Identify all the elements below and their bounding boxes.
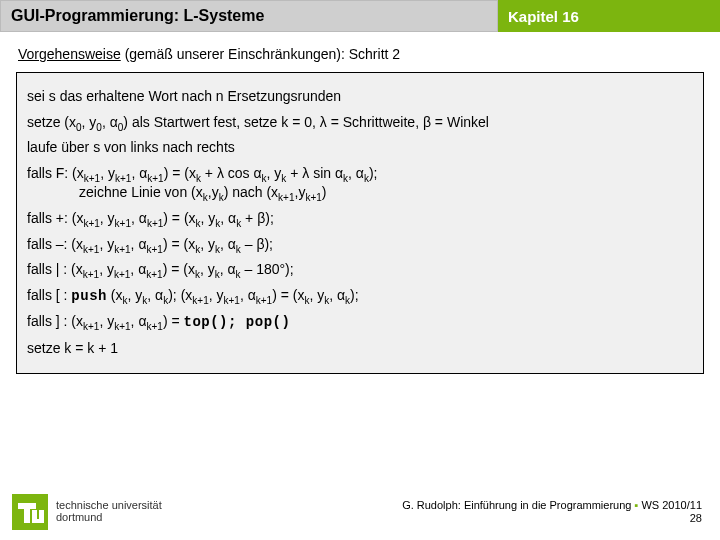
algo-line-4: falls F: (xk+1, yk+1, αk+1) = (xk + λ co…: [27, 164, 693, 203]
svg-rect-5: [32, 519, 44, 523]
footer-author-line: G. Rudolph: Einführung in die Programmie…: [402, 499, 634, 511]
university-logo: technische universität dortmund: [12, 494, 162, 530]
svg-rect-2: [24, 503, 30, 523]
push-keyword: push: [71, 288, 107, 304]
algo-line-6: falls –: (xk+1, yk+1, αk+1) = (xk, yk, α…: [27, 235, 693, 255]
algo-line-8: falls [ : push (xk, yk, αk); (xk+1, yk+1…: [27, 286, 693, 307]
section-subtitle: Vorgehensweise (gemäß unserer Einschränk…: [18, 46, 720, 62]
slide-chapter: Kapitel 16: [498, 0, 720, 32]
footer-semester: WS 2010/11: [638, 499, 702, 511]
algo-line-9: falls ] : (xk+1, yk+1, αk+1) = top(); po…: [27, 312, 693, 333]
tu-logo-icon: [12, 494, 48, 530]
algo-line-7: falls | : (xk+1, yk+1, αk+1) = (xk, yk, …: [27, 260, 693, 280]
algorithm-box: sei s das erhaltene Wort nach n Ersetzun…: [16, 72, 704, 374]
university-name: technische universität dortmund: [56, 500, 162, 523]
page-number: 28: [402, 512, 702, 526]
algo-line-4b: zeichne Linie von (xk,yk) nach (xk+1,yk+…: [27, 183, 693, 203]
subtitle-text: (gemäß unserer Einschränkungen): Schritt…: [121, 46, 400, 62]
subtitle-underlined: Vorgehensweise: [18, 46, 121, 62]
pop-keyword: pop(): [237, 314, 290, 330]
algo-line-10: setze k = k + 1: [27, 339, 693, 359]
algo-line-3: laufe über s von links nach rechts: [27, 138, 693, 158]
algo-line-2: setze (x0, y0, α0) als Startwert fest, s…: [27, 113, 693, 133]
slide-header: GUI-Programmierung: L-Systeme Kapitel 16: [0, 0, 720, 32]
top-keyword: top();: [184, 314, 237, 330]
slide-footer: G. Rudolph: Einführung in die Programmie…: [402, 499, 702, 527]
slide-title: GUI-Programmierung: L-Systeme: [0, 0, 498, 32]
algo-line-5: falls +: (xk+1, yk+1, αk+1) = (xk, yk, α…: [27, 209, 693, 229]
algo-line-1: sei s das erhaltene Wort nach n Ersetzun…: [27, 87, 693, 107]
